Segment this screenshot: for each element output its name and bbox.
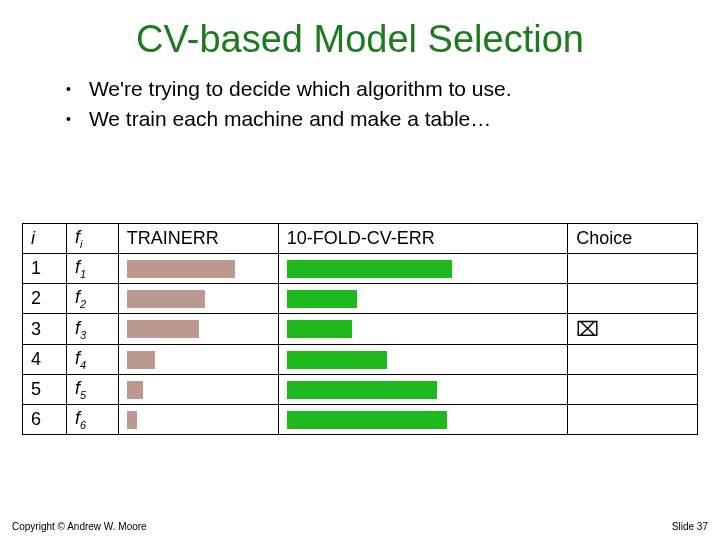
col-f: fi (66, 224, 118, 254)
cverr-bar (287, 320, 352, 338)
choice-mark-icon: ⌧ (576, 318, 599, 340)
col-trainerr: TRAINERR (118, 224, 278, 254)
cell-choice: ⌧ (568, 314, 698, 345)
cell-cverr (278, 375, 568, 405)
cverr-bar (287, 290, 357, 308)
cell-i: 4 (23, 345, 67, 375)
table-row: 4f4 (23, 345, 698, 375)
cell-cverr (278, 405, 568, 435)
cell-f: f3 (66, 314, 118, 345)
trainerr-bar (127, 411, 137, 429)
table-row: 6f6 (23, 405, 698, 435)
cell-f: f5 (66, 375, 118, 405)
table-row: 1f1 (23, 254, 698, 284)
table-row: 5f5 (23, 375, 698, 405)
trainerr-bar (127, 381, 143, 399)
cell-choice (568, 375, 698, 405)
bullet-dot-icon: • (66, 75, 71, 103)
cverr-bar (287, 381, 437, 399)
bullet-list: • We're trying to decide which algorithm… (66, 75, 698, 133)
col-choice: Choice (568, 224, 698, 254)
cell-trainerr (118, 254, 278, 284)
cell-i: 1 (23, 254, 67, 284)
col-cverr: 10-FOLD-CV-ERR (278, 224, 568, 254)
table-row: 2f2 (23, 284, 698, 314)
cverr-bar (287, 260, 452, 278)
cell-cverr (278, 254, 568, 284)
cell-trainerr (118, 284, 278, 314)
cell-choice (568, 284, 698, 314)
slide-number: Slide 37 (672, 521, 708, 532)
cell-i: 2 (23, 284, 67, 314)
cell-trainerr (118, 375, 278, 405)
cell-cverr (278, 284, 568, 314)
copyright: Copyright © Andrew W. Moore (12, 521, 147, 532)
col-i: i (23, 224, 67, 254)
page-title: CV-based Model Selection (22, 18, 698, 61)
cverr-bar (287, 411, 447, 429)
trainerr-bar (127, 260, 235, 278)
data-table: i fi TRAINERR 10-FOLD-CV-ERR Choice 1f12… (22, 223, 698, 435)
table-header-row: i fi TRAINERR 10-FOLD-CV-ERR Choice (23, 224, 698, 254)
bullet-dot-icon: • (66, 105, 71, 133)
cell-f: f4 (66, 345, 118, 375)
cell-choice (568, 345, 698, 375)
cell-f: f6 (66, 405, 118, 435)
cell-choice (568, 254, 698, 284)
list-item: • We train each machine and make a table… (66, 105, 698, 133)
cell-trainerr (118, 405, 278, 435)
footer: Copyright © Andrew W. Moore Slide 37 (12, 521, 708, 532)
cell-f: f2 (66, 284, 118, 314)
trainerr-bar (127, 351, 155, 369)
cell-i: 6 (23, 405, 67, 435)
table-row: 3f3⌧ (23, 314, 698, 345)
cell-choice (568, 405, 698, 435)
cell-i: 3 (23, 314, 67, 345)
bullet-text: We train each machine and make a table… (89, 105, 491, 133)
trainerr-bar (127, 290, 205, 308)
cell-i: 5 (23, 375, 67, 405)
list-item: • We're trying to decide which algorithm… (66, 75, 698, 103)
trainerr-bar (127, 320, 199, 338)
cell-trainerr (118, 314, 278, 345)
cell-f: f1 (66, 254, 118, 284)
slide: CV-based Model Selection • We're trying … (0, 0, 720, 540)
cverr-bar (287, 351, 387, 369)
cell-cverr (278, 345, 568, 375)
bullet-text: We're trying to decide which algorithm t… (89, 75, 512, 103)
cell-cverr (278, 314, 568, 345)
cell-trainerr (118, 345, 278, 375)
